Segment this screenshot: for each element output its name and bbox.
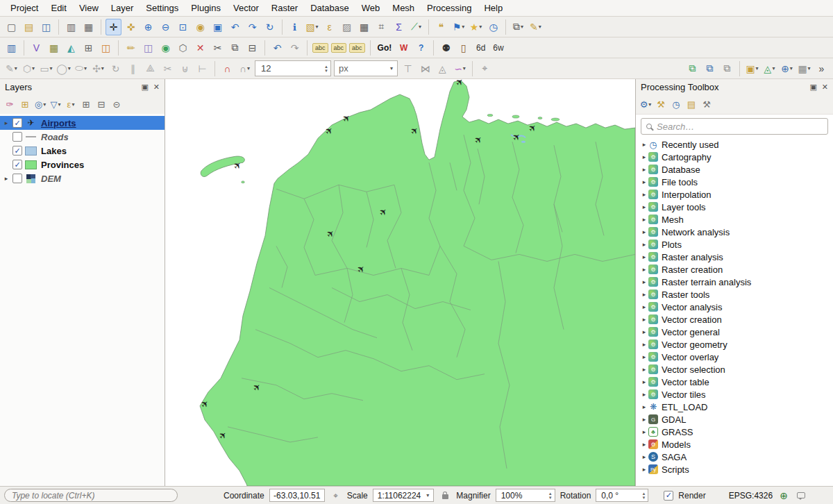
render-checkbox-group[interactable]: ✓ Render [662,491,705,501]
expand-arrow-icon[interactable]: ▸ [640,216,648,223]
expand-arrow-icon[interactable]: ▸ [640,316,648,323]
extents-toggle-icon[interactable]: ⌖ [330,489,342,502]
menu-project[interactable]: Project [4,0,44,16]
snapping-tolerance-spin[interactable]: 12▲▼ [255,60,331,76]
toolbox-group-plots[interactable]: ▸⚙Plots [636,238,833,251]
add-circle-button[interactable]: ◯▾ [56,60,71,77]
menu-plugins[interactable]: Plugins [185,0,227,16]
split-features-button[interactable]: ✂ [160,60,176,77]
whats-this-help-button[interactable]: ? [413,40,429,56]
render-checkbox[interactable]: ✓ [664,491,673,501]
toolbox-group-vector-overlay[interactable]: ▸⚙Vector overlay [636,351,833,363]
messages-icon[interactable] [795,489,807,502]
expand-arrow-icon[interactable]: ▸ [640,141,648,148]
locate-search-box[interactable] [4,489,178,502]
expand-arrow-icon[interactable]: ▸ [640,228,648,235]
self-snapping-button[interactable]: ◬ [435,60,451,77]
expand-arrow-icon[interactable]: ▸ [2,119,10,126]
zoom-out-button[interactable]: ⊖ [158,19,174,35]
toolbox-group-raster-tools[interactable]: ▸⚙Raster tools [636,288,833,301]
menu-mesh[interactable]: Mesh [386,0,421,16]
add-vector-layer-button[interactable]: V [28,40,44,56]
locate-input[interactable] [12,491,170,501]
edit-features-in-place-button[interactable]: ⚒ [654,98,668,112]
menu-edit[interactable]: Edit [44,0,72,16]
models-menu-button[interactable]: ⚙▾ [639,98,653,112]
current-edits-button[interactable]: ✎▾ [3,60,19,77]
paste-features-button[interactable]: ⊟ [244,40,260,56]
menu-web[interactable]: Web [355,0,387,16]
go-button[interactable]: Go! [375,40,395,56]
spinner-arrows-icon[interactable]: ▲▼ [548,492,553,500]
style-dropdown-3-button[interactable]: ⊕▾ [779,60,795,77]
layer-item-roads[interactable]: Roads [0,130,165,144]
select-features-button[interactable]: ▧▾ [304,19,320,35]
undo-button[interactable]: ↶ [269,40,285,56]
show-layout-manager-button[interactable]: ▦ [81,19,96,35]
save-project-button[interactable]: ◫ [38,19,54,35]
lock-scale-icon[interactable] [439,489,451,502]
merge-features-button[interactable]: ⊎ [177,60,193,77]
temporal-controller-button[interactable]: ◷ [485,19,501,35]
toolbox-group-raster-terrain-analysis[interactable]: ▸⚙Raster terrain analysis [636,276,833,288]
add-database-layer-button[interactable]: ◫ [98,40,114,56]
delete-selected-button[interactable]: ✕ [192,40,208,56]
add-mesh-layer-button[interactable]: ◭ [63,40,79,56]
expand-arrow-icon[interactable]: ▸ [640,366,648,373]
identify-features-button[interactable]: ℹ [287,19,303,35]
expand-arrow-icon[interactable]: ▸ [640,166,648,173]
first-aid-debug-button[interactable]: 6d [473,40,489,56]
digitize-shape-button[interactable]: ⬡▾ [21,60,37,77]
trim-extend-button[interactable]: ⊢ [194,60,210,77]
field-calculator-button[interactable]: ⌗ [373,19,389,35]
new-bookmark-button[interactable]: ⚑▾ [451,19,466,35]
cut-features-button[interactable]: ✂ [210,40,226,56]
menu-processing[interactable]: Processing [421,0,478,16]
history-button[interactable]: ◷ [669,98,683,112]
menu-help[interactable]: Help [478,0,509,16]
annotation-tools-button[interactable]: ✎▾ [528,19,544,35]
enable-tracing-button[interactable]: ∽▾ [452,60,468,77]
filter-by-expression-button[interactable]: ε▾ [64,98,78,112]
new-map-view-button[interactable]: ⧉▾ [510,19,526,35]
toolbox-group-mesh[interactable]: ▸⚙Mesh [636,213,833,226]
first-aid-watch-button[interactable]: 6w [490,40,506,56]
layer-visibility-checkbox[interactable]: ✓ [12,146,22,156]
add-ellipse-button[interactable]: ⬭▾ [73,60,89,77]
magnifier-spin[interactable]: 100% ▲▼ [496,489,555,502]
toggle-editing-button[interactable]: ✏ [123,40,139,56]
toolbox-group-interpolation[interactable]: ▸⚙Interpolation [636,188,833,201]
add-raster-layer-button[interactable]: ▦ [46,40,62,56]
toolbox-group-vector-tiles[interactable]: ▸⚙Vector tiles [636,388,833,401]
duplicate-layer-button[interactable]: ⧉ [702,60,718,77]
toolbox-search-box[interactable] [641,118,828,135]
new-project-button[interactable]: ▢ [3,19,19,35]
measure-button[interactable]: ⟋▾ [408,19,424,35]
expand-arrow-icon[interactable]: ▸ [640,153,648,160]
menu-database[interactable]: Database [304,0,355,16]
topological-editing-button[interactable]: ⊤ [400,60,416,77]
expand-arrow-icon[interactable]: ▸ [640,328,648,335]
toolbox-group-grass[interactable]: ▸♣GRASS [636,426,833,438]
scale-combo[interactable]: 1:11062224 ▾ [373,489,435,502]
expand-arrow-icon[interactable]: ▸ [640,466,648,473]
layer-history-button[interactable]: ⧉ [684,60,700,77]
map-canvas[interactable]: ✈✈✈✈✈✈✈✈✈✈✈✈✈✈ [165,79,636,486]
toolbox-group-layer-tools[interactable]: ▸⚙Layer tools [636,201,833,213]
expand-arrow-icon[interactable]: ▸ [640,278,648,285]
menu-view[interactable]: View [73,0,105,16]
menu-raster[interactable]: Raster [265,0,304,16]
layer-visibility-checkbox[interactable] [12,174,22,183]
toolbox-group-saga[interactable]: ▸SSAGA [636,451,833,463]
options-button[interactable]: ⚒ [700,98,714,112]
add-delimited-text-layer-button[interactable]: ⊞ [81,40,96,56]
coordinate-value-field[interactable]: -63.03,10.51 [269,489,325,502]
add-feature-button[interactable]: ◉ [158,40,174,56]
zoom-to-selection-button[interactable]: ◉ [192,19,208,35]
open-data-source-manager-button[interactable]: ▥ [3,40,19,56]
open-layer-styling-panel-button[interactable]: ✑ [3,98,17,112]
filter-legend-button[interactable]: ▽▾ [49,98,62,112]
layer-item-provinces[interactable]: ✓Provinces [0,158,165,171]
new-print-layout-button[interactable]: ▥ [63,19,79,35]
move-feature-button[interactable]: ✣▾ [90,60,106,77]
